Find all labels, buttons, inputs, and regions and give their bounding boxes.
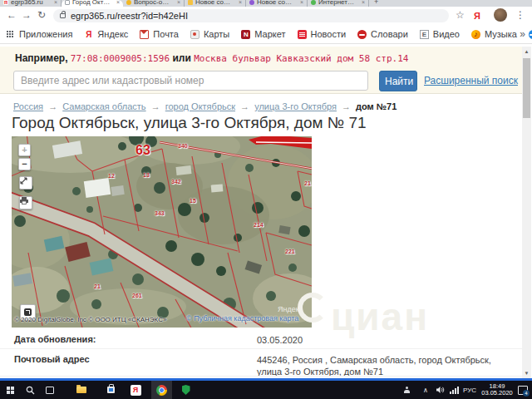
breadcrumb-city[interactable]: город Октябрьск — [165, 101, 235, 111]
scrollbar-thumb[interactable] — [523, 58, 530, 118]
clock[interactable]: 18:49 03.05.2020 — [479, 381, 515, 399]
bookmark-label: Почта — [153, 29, 179, 39]
bookmark-apps[interactable]: Приложения — [6, 29, 72, 39]
address-bar[interactable]: egrp365.ru/reestr?id=h42eHI — [53, 9, 449, 22]
tab-question[interactable]: Вопрос-о… × — [123, 0, 185, 7]
breadcrumb: Россия → Самарская область → город Октяб… — [13, 101, 397, 111]
network-icon[interactable] — [448, 381, 460, 399]
zoom-in-button[interactable]: + — [18, 144, 31, 156]
print-button[interactable] — [19, 196, 32, 209]
bookmark-yandex[interactable]: Я Яндекс — [84, 29, 128, 39]
action-center-button[interactable]: 4 — [516, 381, 530, 399]
bookmark-mail[interactable]: Почта — [140, 29, 179, 39]
scroll-down-icon[interactable]: ▼ — [522, 368, 531, 378]
profile-avatar[interactable] — [494, 8, 507, 22]
cian-logo-watermark — [298, 293, 328, 323]
forward-icon[interactable]: → — [22, 9, 32, 21]
search-input[interactable] — [13, 71, 368, 91]
bookmark-label: Музыка — [485, 29, 517, 39]
notification-badge: 4 — [523, 390, 530, 397]
reload-icon[interactable]: ↻ — [37, 9, 46, 21]
chrome-button-active[interactable] — [151, 381, 172, 399]
bookmark-label: Приложения — [19, 29, 72, 39]
yandex-browser-icon: Я — [131, 385, 141, 396]
browser-menu-icon[interactable]: ⋮ — [515, 9, 525, 21]
parcel-number-label: 340 — [178, 143, 188, 149]
breadcrumb-separator: → — [48, 101, 57, 111]
lock-icon[interactable] — [60, 13, 66, 18]
tab-active-city[interactable]: Город Окт… × — [62, 0, 123, 7]
breadcrumb-russia[interactable]: Россия — [13, 101, 43, 111]
bookmark-news[interactable]: Новости — [298, 29, 347, 39]
hint-or: или — [172, 52, 190, 64]
taskbar-search-button[interactable] — [22, 381, 38, 399]
tray-user-icon[interactable] — [402, 381, 412, 399]
apps-grid-icon — [6, 30, 15, 39]
windows-logo-icon — [7, 387, 10, 390]
person-icon — [404, 387, 411, 393]
back-icon[interactable]: ← — [7, 9, 17, 21]
bookmarks-overflow-icon[interactable]: » — [520, 28, 525, 40]
cadastral-map[interactable]: 633401213342343152121422121261 + − Яндек… — [12, 136, 312, 328]
antivirus-button[interactable] — [176, 381, 195, 399]
hint-address: Москва бульвар Кавказский дом 58 стр.14 — [194, 53, 408, 64]
bookmark-market[interactable]: N Маркет — [241, 29, 285, 39]
tab-close-icon[interactable]: × — [239, 0, 242, 5]
tab-close-icon[interactable]: × — [116, 0, 120, 5]
tab-close-icon[interactable]: × — [177, 0, 180, 5]
bookmark-star-icon[interactable]: ☆ — [456, 9, 465, 21]
tab-internet[interactable]: Интернет… × — [308, 0, 369, 7]
zoom-out-button[interactable]: − — [18, 158, 31, 170]
search-icon — [26, 386, 35, 395]
parcel-number-label: 342 — [171, 179, 181, 185]
green-shield-icon — [182, 385, 190, 395]
bookmark-maps[interactable]: Карты — [190, 29, 229, 39]
dictionary-icon — [357, 30, 367, 39]
volume-icon[interactable] — [434, 381, 446, 399]
page-title: Город Октябрьск, улица 3-го Октября, дом… — [12, 114, 367, 132]
start-button[interactable] — [2, 381, 18, 399]
tab-close-icon[interactable]: × — [54, 0, 57, 5]
page-scrollbar[interactable]: ▲ ▼ — [522, 47, 531, 378]
speaker-icon — [436, 386, 445, 394]
tab-close-icon[interactable]: × — [300, 0, 303, 5]
breadcrumb-separator: → — [151, 101, 160, 111]
file-explorer-button[interactable] — [72, 381, 91, 399]
breadcrumb-region[interactable]: Самарская область — [62, 101, 145, 111]
yandex-browser-button[interactable]: Я — [126, 381, 145, 399]
tab-close-icon[interactable]: × — [362, 0, 365, 5]
tab-egrp365[interactable]: Я egrp365.ru × — [0, 0, 62, 7]
bookmark-label: Карты — [204, 29, 229, 39]
bookmark-dictionaries[interactable]: Словари — [357, 29, 408, 39]
search-hint: Например, 77:08:0009005:1596 или Москва … — [15, 52, 408, 64]
advanced-search-link[interactable]: Расширенный поиск — [424, 75, 518, 86]
parcel-number-label: 221 — [285, 249, 295, 254]
market-icon: N — [241, 30, 250, 39]
printer-icon — [20, 197, 28, 204]
bookmark-disk[interactable]: Диск — [529, 29, 532, 39]
breadcrumb-street[interactable]: улица 3-го Октября — [254, 101, 337, 111]
language-indicator[interactable]: РУС — [461, 381, 479, 399]
new-tab-button[interactable]: + — [374, 0, 378, 7]
url-text[interactable]: egrp365.ru/reestr?id=h42eHI — [71, 11, 188, 21]
task-view-button[interactable] — [42, 381, 58, 399]
search-panel: Например, 77:08:0009005:1596 или Москва … — [0, 47, 522, 94]
cadastral-map-link[interactable]: © Публичная кадастровая карта — [186, 314, 298, 323]
satellite-imagery — [12, 136, 312, 328]
bookmark-music[interactable]: ♪ Музыка — [471, 29, 517, 39]
bookmark-video[interactable]: Е Видео — [420, 29, 460, 39]
notification-icon: 4 — [518, 386, 528, 395]
tab-title: Город Окт… — [72, 0, 115, 6]
fullscreen-button[interactable] — [19, 176, 32, 190]
yandex-extension-icon[interactable]: Я — [474, 10, 480, 22]
microsoft-store-button[interactable] — [101, 381, 120, 399]
tab-title: Новое со… — [195, 0, 237, 6]
legend-icon — [24, 308, 32, 316]
bookmark-label: Маркет — [254, 29, 285, 39]
scroll-up-icon[interactable]: ▲ — [522, 47, 531, 57]
tray-chevron-icon[interactable]: ∧ — [421, 381, 431, 399]
tab-new-message-2[interactable]: Новое со… × — [246, 0, 308, 7]
tab-new-message[interactable]: Новое со… × — [185, 0, 246, 7]
find-button[interactable]: Найти — [379, 71, 417, 91]
expand-arrows-icon — [20, 177, 27, 185]
